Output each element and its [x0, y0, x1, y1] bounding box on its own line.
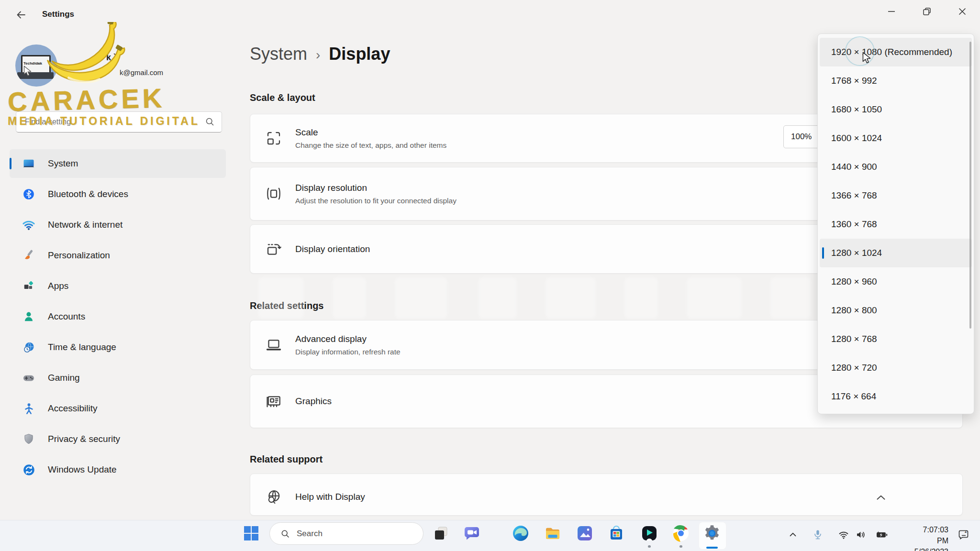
- graphics-title: Graphics: [295, 396, 332, 407]
- settings-search-input[interactable]: [24, 114, 198, 130]
- settings-taskbar-button[interactable]: [702, 524, 722, 543]
- display-orientation-title: Display orientation: [295, 244, 370, 254]
- bluetooth-icon: [22, 187, 35, 201]
- sidebar-item-label: Time & language: [48, 342, 116, 353]
- gamepad-icon: [22, 371, 35, 385]
- page-title: Display: [329, 44, 390, 64]
- sidebar-item-apps[interactable]: Apps: [10, 272, 226, 300]
- taskbar: Search: [0, 520, 980, 551]
- sidebar-item-label: Windows Update: [48, 464, 117, 475]
- app-title: Settings: [42, 10, 74, 19]
- resolution-option-1280x960[interactable]: 1280 × 960: [820, 267, 972, 296]
- sidebar-item-network-internet[interactable]: Network & internet: [10, 210, 226, 239]
- sidebar-item-label: Network & internet: [48, 220, 122, 230]
- notification-center-icon[interactable]: z: [955, 525, 971, 544]
- resolution-option-1680x1050[interactable]: 1680 × 1050: [820, 95, 972, 124]
- user-email: k@gmail.com: [120, 68, 163, 77]
- sidebar-item-label: Gaming: [48, 373, 80, 383]
- resolution-option-label: 1280 × 768: [831, 334, 877, 344]
- minimize-button[interactable]: [874, 0, 909, 25]
- sidebar-item-privacy-security[interactable]: Privacy & security: [10, 425, 226, 453]
- dropdown-scrollbar[interactable]: [969, 42, 971, 329]
- help-with-display-card[interactable]: Help with Display: [250, 474, 963, 516]
- display-resolution-title: Display resolution: [295, 183, 457, 193]
- update-arrows-icon: [22, 463, 35, 476]
- file-explorer-button[interactable]: [543, 524, 562, 543]
- resolution-dropdown: 1920 × 1080 (Recommended) 1768 × 992 168…: [817, 33, 974, 414]
- sidebar-item-label: Accessibility: [48, 403, 97, 414]
- taskbar-search-label: Search: [297, 529, 323, 539]
- close-button[interactable]: [945, 0, 980, 25]
- collapse-chevron-icon[interactable]: [875, 492, 887, 506]
- resolution-option-1768x992[interactable]: 1768 × 992: [820, 66, 972, 95]
- chat-button[interactable]: [462, 524, 481, 543]
- avatar[interactable]: Techdidak: [15, 44, 57, 87]
- apps-icon: [22, 279, 35, 293]
- resolution-option-label: 1280 × 960: [831, 276, 877, 287]
- resolution-option-label: 1176 × 664: [831, 391, 876, 402]
- sidebar-item-gaming[interactable]: Gaming: [10, 364, 226, 392]
- window-controls: [874, 0, 980, 25]
- photos-button[interactable]: [575, 524, 594, 543]
- resolution-option-1280x1024[interactable]: 1280 × 1024: [820, 239, 972, 267]
- restore-button[interactable]: [909, 0, 945, 25]
- tray-chevron-up-icon[interactable]: [785, 525, 801, 544]
- resolution-option-label: 1280 × 720: [831, 363, 877, 373]
- scale-icon: [265, 129, 283, 147]
- section-scale-layout: Scale & layout: [250, 92, 315, 103]
- sidebar-item-label: System: [48, 158, 78, 169]
- minimize-icon: [887, 7, 896, 16]
- speaker-icon[interactable]: [853, 525, 869, 544]
- sidebar-item-accessibility[interactable]: Accessibility: [10, 394, 226, 423]
- brush-icon: [22, 249, 35, 262]
- resolution-option-1920x1080[interactable]: 1920 × 1080 (Recommended): [820, 38, 972, 66]
- microsoft-store-button[interactable]: [607, 524, 626, 543]
- advanced-display-subtitle: Display information, refresh rate: [295, 348, 401, 356]
- sidebar-item-system[interactable]: System: [10, 149, 226, 178]
- back-arrow-icon: [15, 9, 27, 21]
- resolution-option-1360x768[interactable]: 1360 × 768: [820, 210, 972, 239]
- task-view-button[interactable]: [432, 524, 451, 543]
- wifi-tray-icon[interactable]: [835, 525, 852, 544]
- resolution-option-1600x1024[interactable]: 1600 × 1024: [820, 124, 972, 153]
- system-icon: [22, 157, 35, 170]
- gpu-icon: [265, 392, 283, 410]
- breadcrumb-system[interactable]: System: [250, 44, 307, 64]
- resolution-option-1366x768[interactable]: 1366 × 768: [820, 181, 972, 210]
- resolution-option-label: 1366 × 768: [831, 190, 877, 201]
- sidebar-item-bluetooth-devices[interactable]: Bluetooth & devices: [10, 180, 226, 209]
- resolution-option-label: 1680 × 1050: [831, 104, 882, 115]
- resolution-option-1280x768[interactable]: 1280 × 768: [820, 325, 972, 353]
- tray-date: 5/26/2023: [914, 546, 948, 551]
- tray-clock[interactable]: 7:07:03 PM 5/26/2023: [914, 524, 948, 551]
- resolution-option-1176x664[interactable]: 1176 × 664: [820, 382, 972, 411]
- battery-charging-icon[interactable]: [874, 525, 890, 544]
- clipchamp-running-indicator: [648, 545, 651, 548]
- user-name: k `: [106, 53, 116, 63]
- edge-button[interactable]: [511, 524, 530, 543]
- start-button[interactable]: [242, 524, 261, 543]
- clipchamp-button[interactable]: [640, 524, 659, 543]
- laptop-icon: [265, 336, 283, 354]
- back-button[interactable]: [11, 8, 31, 22]
- section-related-settings: Related settings: [250, 300, 323, 311]
- resolution-option-label: 1360 × 768: [831, 219, 877, 230]
- sidebar-item-windows-update[interactable]: Windows Update: [10, 455, 226, 484]
- sidebar-item-accounts[interactable]: Accounts: [10, 302, 226, 331]
- resolution-option-label: 1280 × 800: [831, 305, 877, 316]
- scale-title: Scale: [295, 127, 446, 138]
- taskbar-search[interactable]: Search: [269, 522, 423, 545]
- sidebar-item-personalization[interactable]: Personalization: [10, 241, 226, 270]
- avatar-text: Techdidak: [23, 61, 42, 66]
- section-related-support: Related support: [250, 454, 323, 465]
- chrome-button[interactable]: [671, 524, 690, 543]
- resolution-option-1440x900[interactable]: 1440 × 900: [820, 153, 972, 181]
- display-orientation-icon: [265, 240, 283, 258]
- microphone-icon[interactable]: [810, 525, 826, 544]
- settings-search-box[interactable]: [16, 111, 222, 132]
- resolution-option-1280x720[interactable]: 1280 × 720: [820, 353, 972, 382]
- sidebar-item-label: Apps: [48, 281, 68, 291]
- resolution-option-1280x800[interactable]: 1280 × 800: [820, 296, 972, 325]
- scale-value: 100%: [791, 132, 812, 142]
- sidebar-item-time-language[interactable]: Time & language: [10, 333, 226, 362]
